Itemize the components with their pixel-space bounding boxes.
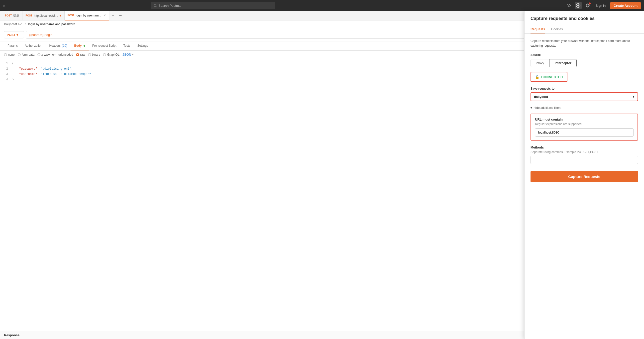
panel-body: Capture requests from your browser with … xyxy=(524,34,644,187)
radio-urlencoded-dot xyxy=(38,53,40,56)
signin-button[interactable]: Sign In xyxy=(594,3,608,9)
breadcrumb-sep: / xyxy=(25,23,26,26)
body-opt-formdata[interactable]: form-data xyxy=(18,53,34,57)
tab-label-1: http://localhost:8... xyxy=(34,14,58,18)
tab-dot-1 xyxy=(60,15,61,17)
body-opt-raw[interactable]: raw xyxy=(76,53,85,57)
body-opt-none[interactable]: none xyxy=(4,53,15,57)
radio-graphql-dot xyxy=(103,53,106,56)
source-proxy-label: Proxy xyxy=(536,61,544,65)
panel-tab-cookies-label: Cookies xyxy=(551,27,563,31)
url-filter-input[interactable] xyxy=(535,128,634,137)
notification-badge xyxy=(589,3,590,5)
capture-requests-button[interactable]: Capture Requests xyxy=(530,171,638,182)
method-chevron-icon: ▾ xyxy=(16,33,18,37)
req-tab-settings-label: Settings xyxy=(138,44,148,48)
source-proxy-button[interactable]: Proxy xyxy=(530,59,549,67)
body-opt-urlencoded[interactable]: x-www-form-urlencoded xyxy=(38,53,73,57)
filter-toggle-label: Hide additional filters xyxy=(534,106,561,110)
req-tab-prerequest[interactable]: Pre-request Script xyxy=(89,42,120,51)
settings-icon[interactable] xyxy=(584,2,591,9)
save-label: Save requests to xyxy=(530,87,638,90)
save-select-value: dailycost xyxy=(534,95,548,99)
tab-close-2[interactable]: ✕ xyxy=(104,14,106,17)
source-buttons: Proxy Interceptor xyxy=(530,59,638,67)
save-select[interactable]: dailycost ▾ xyxy=(530,92,638,101)
panel-tab-requests-label: Requests xyxy=(530,27,545,31)
source-label: Source xyxy=(530,53,638,57)
format-dropdown-icon: ▾ xyxy=(132,53,134,56)
panel-tab-cookies[interactable]: Cookies xyxy=(551,25,563,34)
methods-subtitle: Separate using commas. Example PUT,GET,P… xyxy=(530,150,638,154)
tab-method-0: POST xyxy=(5,14,12,17)
url-input[interactable] xyxy=(26,31,602,39)
tab-1[interactable]: POST http://localhost:8... xyxy=(22,11,64,21)
home-icon[interactable]: ⌂ xyxy=(3,4,5,7)
response-label: Response xyxy=(4,333,20,337)
body-opt-graphql-label: GraphQL xyxy=(107,53,119,57)
radio-raw-dot xyxy=(76,53,79,56)
req-tab-tests[interactable]: Tests xyxy=(120,42,134,51)
req-tab-body[interactable]: Body xyxy=(70,42,88,51)
radio-none-dot xyxy=(4,53,7,56)
svg-point-0 xyxy=(154,4,156,7)
connected-text: CONNECTED xyxy=(541,75,563,79)
tab-label-2: login by usernam... xyxy=(76,14,101,17)
req-tab-settings[interactable]: Settings xyxy=(134,42,152,51)
body-opt-binary-label: binary xyxy=(92,53,100,57)
tab-method-2: POST xyxy=(68,14,74,17)
filters-toggle[interactable]: ▾ Hide additional filters xyxy=(530,106,638,110)
req-tab-authorization-label: Authorization xyxy=(25,44,42,48)
radio-binary-dot xyxy=(88,53,91,56)
radio-formdata-dot xyxy=(18,53,21,56)
panel-header: Capture requests and cookies Requests Co… xyxy=(524,11,644,34)
body-opt-none-label: none xyxy=(8,53,15,57)
create-account-button[interactable]: Create Account xyxy=(610,2,641,9)
filter-chevron-icon: ▾ xyxy=(530,106,532,110)
more-tabs-button[interactable]: ••• xyxy=(117,14,124,18)
methods-section: Methods Separate using commas. Example P… xyxy=(530,146,638,164)
capturing-link[interactable]: capturing requests. xyxy=(530,44,556,48)
body-opt-binary[interactable]: binary xyxy=(88,53,100,57)
panel-tab-requests[interactable]: Requests xyxy=(530,25,545,34)
topbar-right: Sign In Create Account xyxy=(565,2,641,9)
search-placeholder: Search Postman xyxy=(158,4,182,8)
breadcrumb-collection[interactable]: Daily cost API xyxy=(4,23,22,26)
search-bar[interactable]: Search Postman xyxy=(151,2,275,9)
panel-description: Capture requests from your browser with … xyxy=(530,39,638,48)
body-opt-formdata-label: form-data xyxy=(22,53,34,57)
methods-title: Methods xyxy=(530,146,638,149)
body-opt-graphql[interactable]: GraphQL xyxy=(103,53,119,57)
req-tab-headers[interactable]: Headers (10) xyxy=(46,42,70,51)
body-opt-raw-label: raw xyxy=(80,53,85,57)
req-tab-headers-label: Headers xyxy=(49,44,60,48)
req-tab-params-label: Params xyxy=(8,44,18,48)
source-interceptor-button[interactable]: Interceptor xyxy=(549,59,577,67)
tab-0[interactable]: POST 登录 xyxy=(2,11,22,21)
url-filter-title: URL must contain xyxy=(535,118,634,121)
method-value: POST xyxy=(7,33,16,37)
method-select[interactable]: POST ▾ xyxy=(4,31,24,39)
req-tab-params[interactable]: Params xyxy=(4,42,21,51)
capture-panel: Capture requests and cookies Requests Co… xyxy=(524,11,644,339)
add-tab-button[interactable]: + xyxy=(109,14,117,18)
tab-2[interactable]: POST login by usernam... ✕ xyxy=(64,11,109,21)
tab-label-0: 登录 xyxy=(13,14,19,18)
interceptor-icon[interactable] xyxy=(575,2,582,9)
req-tab-headers-count: (10) xyxy=(62,44,67,48)
breadcrumb-request: login by username and password xyxy=(28,23,75,26)
methods-input[interactable] xyxy=(530,156,638,164)
lock-icon: 🔒 xyxy=(535,75,539,79)
cloud-icon[interactable] xyxy=(565,2,572,9)
body-active-dot xyxy=(84,45,85,47)
req-tab-body-label: Body xyxy=(74,44,82,48)
save-select-chevron-icon: ▾ xyxy=(633,95,634,99)
format-selector[interactable]: JSON ▾ xyxy=(122,53,134,57)
connected-badge[interactable]: 🔒 CONNECTED xyxy=(530,72,568,82)
panel-title: Capture requests and cookies xyxy=(530,16,638,21)
req-tab-authorization[interactable]: Authorization xyxy=(21,42,46,51)
svg-line-1 xyxy=(156,6,157,7)
format-json-label: JSON xyxy=(122,53,131,57)
source-interceptor-label: Interceptor xyxy=(554,61,572,65)
search-icon xyxy=(154,4,157,7)
